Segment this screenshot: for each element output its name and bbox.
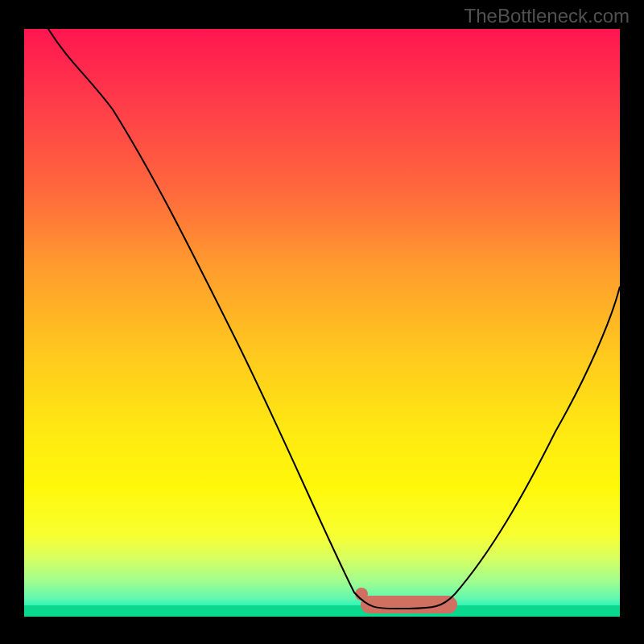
bottleneck-curve — [24, 29, 620, 617]
watermark-text: TheBottleneck.com — [464, 5, 630, 27]
curve-path — [48, 29, 620, 609]
chart-plot-area — [24, 29, 620, 617]
